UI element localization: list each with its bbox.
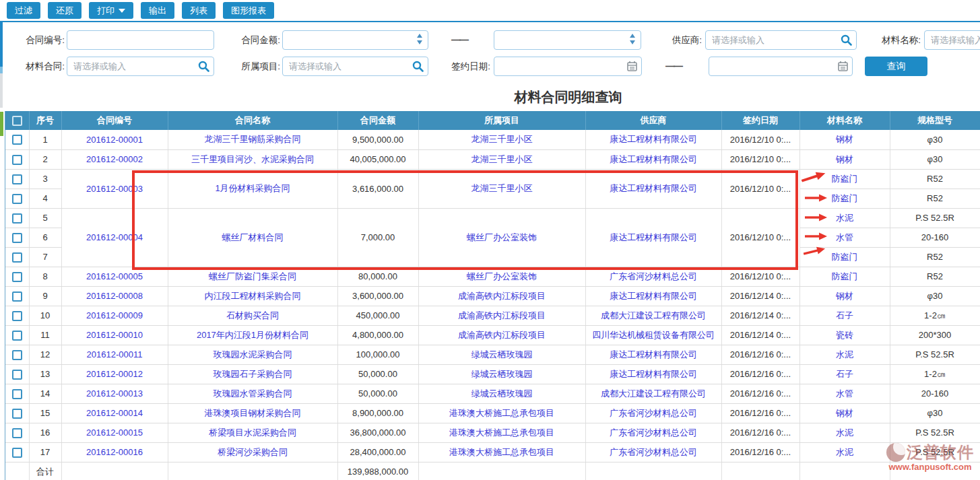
supplier-link[interactable]: 广东省河沙材料总公司 bbox=[610, 408, 697, 418]
contract-name-link[interactable]: 龙湖三千里钢筋采购合同 bbox=[205, 134, 301, 144]
supplier-link[interactable]: 康达工程材料有限公司 bbox=[610, 291, 697, 301]
row-checkbox[interactable] bbox=[12, 174, 22, 184]
amount-min-input[interactable] bbox=[282, 30, 428, 50]
supplier-input[interactable] bbox=[705, 30, 857, 50]
supplier-link[interactable]: 成都大江建设工程有限公司 bbox=[601, 388, 706, 399]
contract-no-link[interactable]: 201612-00012 bbox=[86, 369, 143, 379]
contract-name-link[interactable]: 1月份材料采购合同 bbox=[215, 183, 290, 193]
material-link[interactable]: 钢材 bbox=[836, 134, 853, 144]
contract-no-link[interactable]: 201612-00008 bbox=[86, 291, 143, 301]
sign-date-end-input[interactable] bbox=[709, 57, 853, 76]
material-link[interactable]: 水泥 bbox=[836, 349, 853, 359]
project-link[interactable]: 成渝高铁内江标段项目 bbox=[458, 310, 546, 320]
contract-name-link[interactable]: 2017年内江段1月份材料合同 bbox=[197, 330, 308, 340]
row-checkbox[interactable] bbox=[12, 135, 22, 145]
material-link[interactable]: 水管 bbox=[836, 388, 853, 399]
list-button[interactable]: 列表 bbox=[182, 2, 216, 19]
contract-name-link[interactable]: 螺丝厂防盗门集采合同 bbox=[209, 271, 296, 281]
material-link[interactable]: 钢材 bbox=[836, 154, 853, 164]
contract-name-link[interactable]: 玫瑰园石子采购合同 bbox=[214, 369, 292, 379]
filter-button[interactable]: 过滤 bbox=[7, 2, 40, 19]
query-button[interactable]: 查询 bbox=[865, 57, 927, 76]
row-checkbox[interactable] bbox=[12, 233, 22, 243]
material-link[interactable]: 水泥 bbox=[836, 447, 853, 457]
row-checkbox[interactable] bbox=[12, 331, 22, 341]
contract-no-link[interactable]: 201612-00009 bbox=[86, 310, 143, 320]
row-checkbox[interactable] bbox=[12, 252, 22, 263]
supplier-link[interactable]: 康达工程材料有限公司 bbox=[610, 349, 697, 359]
project-link[interactable]: 绿城云栖玫瑰园 bbox=[471, 369, 533, 379]
supplier-link[interactable]: 康达工程材料有限公司 bbox=[610, 134, 697, 144]
contract-no-link[interactable]: 201612-00004 bbox=[86, 232, 143, 242]
material-link[interactable]: 防盗门 bbox=[832, 252, 858, 262]
material-link[interactable]: 钢材 bbox=[836, 291, 853, 301]
material-contract-input[interactable] bbox=[67, 57, 214, 76]
search-icon[interactable] bbox=[841, 34, 852, 48]
supplier-link[interactable]: 康达工程材料有限公司 bbox=[610, 369, 697, 379]
contract-name-link[interactable]: 桥梁河沙采购合同 bbox=[218, 447, 288, 457]
material-link[interactable]: 防盗门 bbox=[832, 174, 858, 184]
row-checkbox[interactable] bbox=[12, 292, 22, 302]
contract-name-link[interactable]: 三千里项目河沙、水泥采购合同 bbox=[191, 154, 314, 164]
project-link[interactable]: 绿城云栖玫瑰园 bbox=[471, 349, 533, 359]
row-checkbox[interactable] bbox=[12, 428, 22, 438]
supplier-link[interactable]: 广东省河沙材料总公司 bbox=[610, 447, 697, 457]
contract-name-link[interactable]: 玫瑰园水泥采购合同 bbox=[214, 349, 292, 359]
project-link[interactable]: 港珠澳大桥施工总承包项目 bbox=[449, 408, 554, 418]
search-icon[interactable] bbox=[412, 61, 424, 75]
project-link[interactable]: 螺丝厂办公室装饰 bbox=[467, 232, 537, 242]
contract-no-link[interactable]: 201612-00003 bbox=[86, 184, 143, 194]
sign-date-start-input[interactable] bbox=[494, 57, 642, 76]
amount-max-stepper[interactable] bbox=[630, 34, 635, 44]
material-name-input[interactable] bbox=[924, 30, 980, 50]
contract-name-link[interactable]: 螺丝厂材料合同 bbox=[222, 232, 284, 242]
contract-name-link[interactable]: 港珠澳项目钢材采购合同 bbox=[205, 408, 301, 418]
select-all-checkbox[interactable] bbox=[12, 116, 22, 126]
row-checkbox[interactable] bbox=[12, 448, 22, 458]
export-button[interactable]: 输出 bbox=[141, 2, 174, 19]
contract-name-link[interactable]: 石材购买合同 bbox=[226, 310, 279, 320]
project-link[interactable]: 龙湖三千里小区 bbox=[471, 154, 533, 164]
supplier-link[interactable]: 广东省河沙材料总公司 bbox=[610, 271, 697, 281]
contract-no-link[interactable]: 201612-00010 bbox=[86, 330, 143, 340]
contract-no-link[interactable]: 201612-00013 bbox=[86, 388, 143, 399]
supplier-link[interactable]: 康达工程材料有限公司 bbox=[610, 183, 697, 193]
material-link[interactable]: 防盗门 bbox=[832, 271, 858, 281]
search-icon[interactable] bbox=[198, 61, 209, 75]
contract-no-link[interactable]: 201612-00014 bbox=[86, 408, 143, 418]
amount-max-input[interactable] bbox=[494, 30, 641, 50]
contract-no-link[interactable]: 201612-00015 bbox=[86, 427, 143, 438]
row-checkbox[interactable] bbox=[12, 155, 22, 165]
row-checkbox[interactable] bbox=[12, 350, 22, 360]
contract-no-link[interactable]: 201612-00016 bbox=[86, 447, 143, 457]
row-checkbox[interactable] bbox=[12, 370, 22, 380]
project-link[interactable]: 龙湖三千里小区 bbox=[471, 183, 533, 193]
calendar-icon[interactable] bbox=[838, 61, 848, 74]
restore-button[interactable]: 还原 bbox=[48, 2, 81, 19]
project-link[interactable]: 螺丝厂办公室装饰 bbox=[467, 271, 537, 281]
row-checkbox[interactable] bbox=[12, 272, 22, 282]
contract-name-link[interactable]: 桥梁项目水泥采购合同 bbox=[209, 427, 296, 438]
calendar-icon[interactable] bbox=[627, 61, 637, 74]
project-link[interactable]: 成渝高铁内江标段项目 bbox=[458, 330, 546, 340]
project-input[interactable] bbox=[282, 57, 428, 76]
contract-name-link[interactable]: 内江段工程材料采购合同 bbox=[205, 291, 301, 301]
project-link[interactable]: 港珠澳大桥施工总承包项目 bbox=[449, 447, 554, 457]
material-link[interactable]: 钢材 bbox=[836, 408, 853, 418]
material-link[interactable]: 水泥 bbox=[836, 427, 853, 438]
left-edge-tab-green[interactable] bbox=[0, 112, 3, 136]
contract-no-link[interactable]: 201612-00002 bbox=[86, 154, 143, 164]
material-link[interactable]: 瓷砖 bbox=[836, 330, 853, 340]
contract-no-input[interactable] bbox=[67, 30, 214, 50]
supplier-link[interactable]: 康达工程材料有限公司 bbox=[610, 154, 697, 164]
row-checkbox[interactable] bbox=[12, 311, 22, 321]
row-checkbox[interactable] bbox=[12, 389, 22, 399]
supplier-link[interactable]: 四川华达机械租赁设备有限公司 bbox=[592, 330, 715, 340]
supplier-link[interactable]: 广东省河沙材料总公司 bbox=[610, 427, 697, 438]
project-link[interactable]: 港珠澳大桥施工总承包项目 bbox=[449, 427, 554, 438]
row-checkbox[interactable] bbox=[12, 213, 22, 224]
project-link[interactable]: 绿城云栖玫瑰园 bbox=[471, 388, 533, 399]
supplier-link[interactable]: 康达工程材料有限公司 bbox=[610, 232, 697, 242]
row-checkbox[interactable] bbox=[12, 409, 22, 419]
print-button[interactable]: 打印 bbox=[89, 2, 133, 19]
